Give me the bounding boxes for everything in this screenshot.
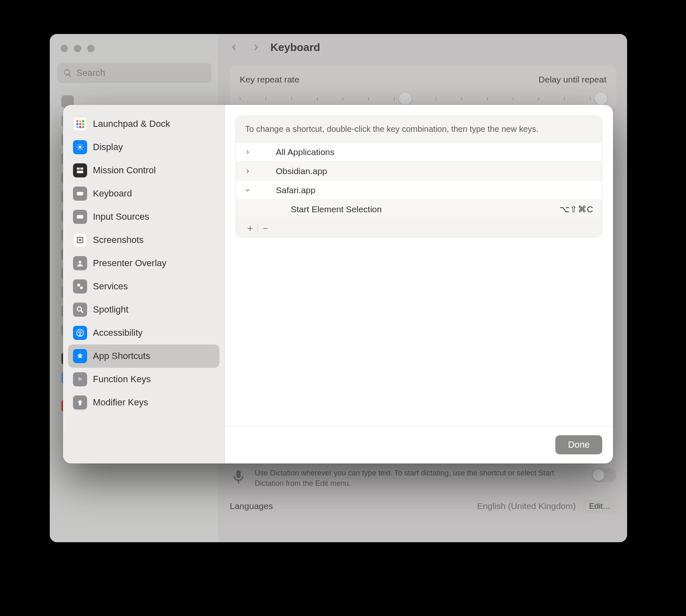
sidebar-item-label: Display bbox=[93, 142, 123, 153]
dictation-description: Use Dictation wherever you can type text… bbox=[255, 468, 584, 488]
shortcut-item-start-element-selection[interactable]: Start Element Selection ⌥⇧⌘C bbox=[236, 200, 602, 219]
key-repeat-slider bbox=[240, 97, 411, 100]
sidebar-item-services[interactable]: Services bbox=[68, 275, 219, 298]
svg-line-7 bbox=[78, 149, 78, 150]
microphone-icon bbox=[230, 468, 247, 485]
sidebar-item-label: Launchpad & Dock bbox=[93, 119, 170, 129]
search-icon bbox=[63, 68, 72, 78]
svg-rect-13 bbox=[77, 215, 83, 218]
shortcut-category-sidebar: Launchpad & DockDisplayMission ControlKe… bbox=[63, 105, 225, 463]
shortcut-group-obsidian[interactable]: Obsidian.app bbox=[236, 162, 602, 181]
shortcuts-list-card: To change a shortcut, double-click the k… bbox=[236, 116, 602, 238]
svg-line-5 bbox=[78, 145, 78, 146]
chevron-right-icon bbox=[244, 149, 262, 155]
key-repeat-label: Key repeat rate bbox=[240, 75, 299, 85]
sidebar-item-label: Function Keys bbox=[93, 374, 151, 385]
function-keys-icon: fn bbox=[73, 372, 87, 386]
shortcut-group-all-applications[interactable]: All Applications bbox=[236, 143, 602, 162]
spotlight-icon bbox=[73, 303, 87, 317]
mission-control-icon bbox=[73, 163, 87, 177]
sidebar-item-label: Keyboard bbox=[93, 188, 132, 199]
sidebar-item-label: Services bbox=[93, 281, 128, 292]
svg-line-6 bbox=[82, 149, 83, 150]
delay-until-repeat-label: Delay until repeat bbox=[539, 75, 606, 85]
add-remove-bar: ＋ － bbox=[236, 219, 602, 237]
chevron-down-icon bbox=[244, 187, 262, 194]
accessibility-icon bbox=[73, 326, 87, 340]
svg-point-19 bbox=[77, 307, 81, 311]
add-shortcut-button[interactable]: ＋ bbox=[243, 222, 258, 234]
svg-rect-11 bbox=[77, 171, 83, 173]
sidebar-item-modifier-keys[interactable]: Modifier Keys bbox=[68, 391, 219, 414]
svg-point-15 bbox=[79, 239, 81, 241]
sidebar-item-label: App Shortcuts bbox=[93, 351, 150, 361]
nav-back-forward bbox=[230, 43, 260, 52]
svg-point-22 bbox=[79, 330, 80, 332]
chevron-left-icon bbox=[230, 43, 239, 52]
svg-line-8 bbox=[82, 145, 83, 146]
sidebar-item-spotlight[interactable]: Spotlight bbox=[68, 298, 219, 321]
svg-point-0 bbox=[79, 146, 82, 149]
sidebar-item-input-sources[interactable]: Input Sources bbox=[68, 205, 219, 228]
sidebar-item-label: Screenshots bbox=[93, 235, 144, 245]
sidebar-item-label: Accessibility bbox=[93, 327, 143, 338]
languages-value: English (United Kingdom) bbox=[477, 501, 576, 511]
launchpad-icon bbox=[73, 117, 87, 131]
shortcut-key-combination[interactable]: ⌥⇧⌘C bbox=[560, 204, 594, 214]
shortcut-group-safari[interactable]: Safari.app bbox=[236, 181, 602, 200]
sidebar-item-launchpad[interactable]: Launchpad & Dock bbox=[68, 112, 219, 136]
sidebar-item-display[interactable]: Display bbox=[68, 136, 219, 159]
languages-label: Languages bbox=[230, 501, 273, 511]
sidebar-item-presenter[interactable]: Presenter Overlay bbox=[68, 252, 219, 275]
presenter-icon bbox=[73, 256, 87, 270]
sidebar-item-screenshots[interactable]: Screenshots bbox=[68, 228, 219, 252]
services-icon bbox=[73, 279, 87, 293]
sidebar-item-mission-control[interactable]: Mission Control bbox=[68, 159, 219, 182]
sidebar-item-label: Mission Control bbox=[93, 165, 156, 176]
shortcut-help-text: To change a shortcut, double-click the k… bbox=[236, 116, 602, 143]
delay-slider bbox=[435, 97, 606, 100]
svg-rect-12 bbox=[77, 192, 83, 195]
traffic-minimize bbox=[74, 45, 81, 52]
traffic-zoom bbox=[87, 45, 95, 52]
page-title: Keyboard bbox=[270, 41, 320, 54]
svg-point-18 bbox=[80, 286, 83, 289]
chevron-right-icon bbox=[251, 43, 260, 52]
svg-rect-9 bbox=[77, 167, 80, 170]
svg-point-17 bbox=[77, 284, 80, 286]
keyboard-icon bbox=[73, 187, 87, 201]
search-placeholder: Search bbox=[76, 68, 105, 78]
sidebar-item-label: Presenter Overlay bbox=[93, 258, 166, 269]
sidebar-item-label: Input Sources bbox=[93, 211, 149, 222]
app-shortcuts-icon bbox=[73, 349, 87, 363]
dictation-toggle bbox=[591, 468, 616, 482]
remove-shortcut-button[interactable]: － bbox=[258, 222, 273, 234]
sidebar-item-function-keys[interactable]: fnFunction Keys bbox=[68, 368, 219, 391]
display-icon bbox=[73, 140, 87, 154]
sidebar-item-accessibility[interactable]: Accessibility bbox=[68, 321, 219, 344]
sidebar-item-label: Spotlight bbox=[93, 304, 129, 315]
window-traffic-lights bbox=[61, 45, 95, 52]
done-button[interactable]: Done bbox=[555, 435, 602, 454]
input-sources-icon bbox=[73, 210, 87, 224]
svg-rect-14 bbox=[77, 237, 83, 243]
svg-point-16 bbox=[79, 261, 82, 264]
sidebar-item-keyboard[interactable]: Keyboard bbox=[68, 182, 219, 205]
sidebar-item-app-shortcuts[interactable]: App Shortcuts bbox=[68, 344, 219, 368]
svg-rect-10 bbox=[80, 167, 83, 170]
languages-edit-button: Edit… bbox=[583, 499, 616, 513]
svg-text:fn: fn bbox=[78, 377, 82, 381]
sidebar-item-label: Modifier Keys bbox=[93, 397, 148, 408]
screenshots-icon bbox=[73, 233, 87, 247]
svg-line-20 bbox=[81, 311, 83, 313]
modifier-keys-icon bbox=[73, 395, 87, 410]
traffic-close bbox=[61, 45, 68, 52]
chevron-right-icon bbox=[244, 168, 262, 175]
search-input: Search bbox=[57, 63, 212, 83]
keyboard-shortcuts-sheet: Launchpad & DockDisplayMission ControlKe… bbox=[63, 105, 613, 463]
